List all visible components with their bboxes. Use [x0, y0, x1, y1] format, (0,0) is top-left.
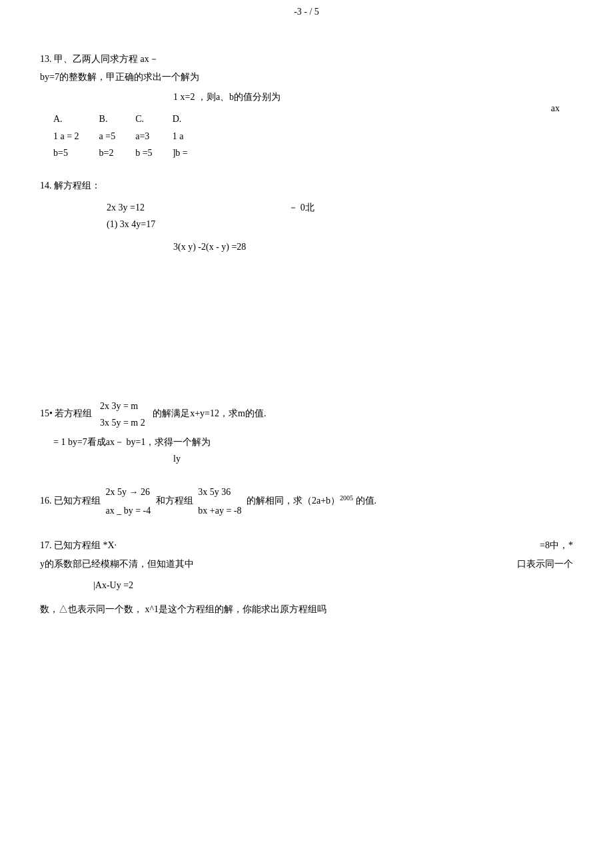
choice-a-line1: 1 a = 2 — [53, 128, 79, 145]
q15-num: 15• — [40, 408, 53, 418]
q17-text1: 已知方程组 *X· — [54, 540, 117, 550]
q16-main: 16. 已知方程组 2x 5y → 26 ax _ by = -4 和方程组 3… — [40, 483, 573, 520]
q16-num: 16. — [40, 496, 52, 506]
choice-b-line2: b=2 — [99, 145, 114, 161]
q15-eq1: 2x 3y = m — [100, 398, 145, 414]
choice-c-line2: b =5 — [135, 145, 152, 161]
q16-text1: 已知方程组 — [54, 496, 101, 506]
choice-b-line1: a =5 — [99, 128, 116, 145]
q14-eq1-block: 2x 3y =12 (1) 3x 4y=17 — [107, 199, 155, 232]
page-title: -3 - / 5 — [294, 7, 319, 17]
q13-text: 13. 甲、乙两人同求方程 ax－ by=7的整数解，甲正确的求出一个解为 — [40, 51, 573, 86]
q14-sub1-label-row: (1) 3x 4y=17 — [107, 216, 155, 232]
q15-text: 若方程组 — [55, 408, 92, 418]
q14-sub2-eq: 3(x y) -2(x - y) =28 — [173, 242, 246, 252]
q16-text3: 的解相同，求（2a+b） — [247, 496, 340, 506]
q14-sub2-row: 3(x y) -2(x - y) =28 — [173, 238, 573, 255]
q15-ly-text: ly — [173, 454, 181, 464]
q15-eq2: 3x 5y = m 2 — [100, 414, 145, 431]
q15-extra-text: = 1 by=7看成ax－ by=1，求得一个解为 — [53, 437, 211, 447]
q13-choices: A. 1 a = 2 b=5 B. a =5 b=2 C. a=3 b =5 D… — [53, 111, 573, 161]
q15-main: 15• 若方程组 2x 3y = m 3x 5y = m 2 的解满足x+y=1… — [40, 398, 573, 431]
choice-a: A. 1 a = 2 b=5 — [53, 111, 79, 161]
q14-right-label: － 0北 — [289, 199, 314, 216]
q17-line2: y的系数部已经模糊不清，但知道其中 口表示同一个 — [40, 555, 573, 574]
q17-suffix1: =8中，* — [540, 536, 573, 555]
question-15: 15• 若方程组 2x 3y = m 3x 5y = m 2 的解满足x+y=1… — [40, 398, 573, 468]
choice-b-label: B. — [99, 111, 108, 127]
q17-line3: 数，△也表示同一个数， x^1是这个方程组的解，你能求出原方程组吗 — [40, 600, 573, 619]
q16-text4: 的值. — [356, 496, 377, 506]
q17-text4: x^1是这个方程组的解，你能求出原方程组吗 — [145, 604, 327, 614]
q14-header: 14. 解方程组： — [40, 177, 573, 194]
q17-main-left: 17. 已知方程组 *X· — [40, 536, 117, 555]
q15-extra: = 1 by=7看成ax－ by=1，求得一个解为 — [53, 434, 573, 450]
q16-system1: 2x 5y → 26 ax _ by = -4 — [106, 483, 151, 520]
q13-x-eq: 1 x=2 — [173, 92, 195, 102]
q13-num: 13. — [40, 54, 52, 64]
question-16: 16. 已知方程组 2x 5y → 26 ax _ by = -4 和方程组 3… — [40, 483, 573, 520]
choice-d-line1: 1 a — [173, 128, 184, 145]
q17-eq-row: |Ax-Uy =2 — [93, 576, 573, 595]
q14-eq1: 2x 3y =12 — [107, 199, 155, 216]
q13-condition: ，则a、b的值分别为 — [197, 92, 281, 102]
q14-sub1-row: 2x 3y =12 (1) 3x 4y=17 － 0北 — [40, 199, 573, 232]
q17-suffix2: 口表示同一个 — [517, 555, 573, 574]
q16-text2: 和方程组 — [156, 496, 193, 506]
q14-eq2: 3x 4y=17 — [120, 219, 155, 229]
ax-label: ax — [551, 103, 560, 114]
choice-b: B. a =5 b=2 — [99, 111, 116, 161]
q13-text2: by=7的整数解，甲正确的求出一个解为 — [40, 72, 199, 82]
choice-d: D. 1 a ]b = — [173, 111, 188, 161]
page-header: -3 - / 5 — [0, 0, 613, 31]
q15-condition: 的解满足x+y=12，求m的值. — [153, 408, 266, 418]
question-14: 14. 解方程组： 2x 3y =12 (1) 3x 4y=17 － 0北 3(… — [40, 177, 573, 255]
q13-text1: 甲、乙两人同求方程 ax－ — [54, 54, 159, 64]
blank-area-1 — [40, 271, 573, 378]
choice-a-label: A. — [53, 111, 63, 127]
q15-system: 2x 3y = m 3x 5y = m 2 — [100, 398, 145, 431]
choice-d-label: D. — [173, 111, 182, 127]
q17-line1: 17. 已知方程组 *X· =8中，* — [40, 536, 573, 555]
choice-c-line1: a=3 — [135, 128, 149, 145]
q16-sys1-eq1: 2x 5y → 26 — [106, 483, 151, 502]
q13-condition-row: 1 x=2 ，则a、b的值分别为 — [173, 89, 573, 105]
q16-sys2-eq1: 3x 5y 36 — [198, 483, 241, 502]
q14-sub1-label: (1) — [107, 219, 117, 229]
q14-right: － 0北 — [289, 203, 314, 213]
q14-text: 解方程组： — [54, 181, 101, 191]
q17-num: 17. — [40, 540, 52, 550]
q16-sys2-eq2: bx +ay = -8 — [198, 502, 241, 520]
q15-ly: ly — [173, 450, 573, 467]
q16-system2: 3x 5y 36 bx +ay = -8 — [198, 483, 241, 520]
question-13: 13. 甲、乙两人同求方程 ax－ by=7的整数解，甲正确的求出一个解为 1 … — [40, 51, 573, 161]
main-content: 13. 甲、乙两人同求方程 ax－ by=7的整数解，甲正确的求出一个解为 1 … — [0, 31, 613, 661]
q17-eq: |Ax-Uy =2 — [93, 580, 133, 590]
choice-c-label: C. — [135, 111, 144, 127]
choice-d-line2: ]b = — [173, 145, 188, 161]
q16-sup: 2005 — [340, 494, 353, 502]
q14-num: 14. — [40, 181, 52, 191]
q17-text2: y的系数部已经模糊不清，但知道其中 — [40, 555, 194, 574]
question-17: 17. 已知方程组 *X· =8中，* y的系数部已经模糊不清，但知道其中 口表… — [40, 536, 573, 619]
choice-a-line2: b=5 — [53, 145, 68, 161]
q16-sys1-eq2: ax _ by = -4 — [106, 502, 151, 520]
choice-c: C. a=3 b =5 — [135, 111, 152, 161]
q17-text3: 数，△也表示同一个数， — [40, 604, 143, 614]
